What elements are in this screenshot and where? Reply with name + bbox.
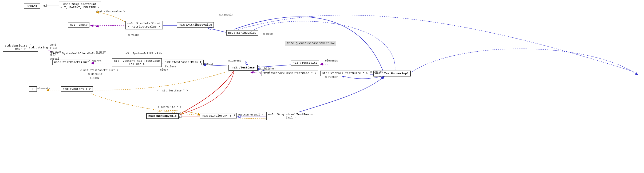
T-label: T bbox=[32, 87, 34, 91]
vector-tcf-node: std::vector< ns3::TestCaseFailure > bbox=[112, 58, 162, 67]
label-mpriv: m_priv bbox=[96, 51, 106, 54]
testcase-result-label: ns3::TestCase::Result bbox=[165, 61, 202, 64]
testcase-label: ns3::TestCase bbox=[232, 66, 255, 69]
label-elements-ts: elements bbox=[325, 59, 338, 62]
label-mtempdir: m_tempDir bbox=[219, 13, 233, 16]
parent-node: PARENT bbox=[24, 3, 40, 9]
codel-label: CoDelQueueDiscBasicOverflow bbox=[287, 42, 334, 45]
simplerefcount-label: ns3::SimpleRefCount< T, PARENT, DELETER … bbox=[61, 3, 99, 9]
ns3empty-label: ns3::empty bbox=[70, 23, 88, 26]
codel-node: CoDelQueueDiscBasicOverflow bbox=[285, 41, 336, 46]
label-ns3tcf: < ns3::TestCaseFailure > bbox=[80, 69, 118, 72]
stringvalue-label: ns3::StringValue bbox=[228, 31, 256, 34]
label-mdatadir: m_dataDir bbox=[88, 73, 102, 76]
label-mvalue: m_value bbox=[128, 34, 139, 37]
label-msuites: m_suites bbox=[370, 71, 383, 74]
vector-ts-label: std::vector< TestSuite * > bbox=[322, 72, 368, 75]
arrows-svg bbox=[0, 0, 644, 173]
label-testsuite-ptr: < TestSuite * > bbox=[157, 106, 181, 109]
stringvalue-node: ns3::StringValue bbox=[226, 30, 258, 36]
simplerefcount-av-node: ns3::SimpleRefCount< AttributeValue > bbox=[125, 21, 163, 29]
systemwall-node: ns3::SystemWallClockMs bbox=[122, 51, 164, 56]
label-ns3testcase-ptr: < ns3::TestCase * > bbox=[157, 89, 188, 92]
singleton-t-label: ns3::Singleton< T > bbox=[202, 114, 235, 117]
attributevalue-label: ns3::AttributeValue bbox=[179, 23, 212, 26]
label-mname: m_name bbox=[90, 76, 99, 79]
simplerefcount-node: ns3::SimpleRefCount< T, PARENT, DELETER … bbox=[59, 2, 101, 10]
label-mchildren: m_children bbox=[259, 67, 275, 70]
std-string-label: std::string bbox=[29, 46, 48, 49]
vector-tcf-label: std::vector< ns3::TestCaseFailure > bbox=[114, 59, 160, 66]
noncopyable-node: ns3::NonCopyable bbox=[146, 113, 179, 119]
std-string-node: std::string bbox=[27, 45, 50, 50]
testcasefailure-label: ns3::TestCaseFailure bbox=[54, 61, 89, 64]
diagram-container: PARENT ns3::SimpleRefCount< T, PARENT, D… bbox=[0, 0, 644, 173]
singleton-tri-label: ns3::Singleton< TestRunnerImpl > bbox=[268, 113, 314, 119]
ns3empty-node: ns3::empty bbox=[68, 22, 89, 28]
label-elements-t: elements bbox=[37, 87, 50, 90]
vector-t-label: std::vector< T > bbox=[63, 87, 91, 91]
simplerefcount-av-label: ns3::SimpleRefCount< AttributeValue > bbox=[127, 22, 161, 28]
label-elements-tc: elements bbox=[259, 71, 272, 74]
testsuite-label: ns3::TestSuite bbox=[293, 61, 317, 64]
systemwall-label: ns3::SystemWallClockMs bbox=[124, 52, 162, 55]
testcase-result-node: ns3::TestCase::Result bbox=[163, 60, 204, 65]
label-mparent: m_parent bbox=[228, 59, 241, 62]
parent-label: PARENT bbox=[27, 4, 37, 7]
label-elements-tcf: elements bbox=[89, 60, 101, 63]
label-failure: failure bbox=[165, 65, 176, 68]
T-node: T bbox=[29, 86, 37, 92]
noncopyable-label: ns3::NonCopyable bbox=[148, 114, 177, 118]
label-testrunnerimpl-tmpl: < TestRunnerImpl > bbox=[234, 113, 263, 116]
label-mmode: m_mode bbox=[263, 33, 273, 36]
singleton-tri-node: ns3::Singleton< TestRunnerImpl > bbox=[266, 112, 316, 120]
testsuite-node: ns3::TestSuite bbox=[291, 60, 319, 66]
testcase-node: ns3::TestCase bbox=[228, 65, 258, 71]
vector-ts-node: std::vector< TestSuite * > bbox=[320, 71, 370, 76]
label-mrunner: m_runner bbox=[325, 76, 338, 79]
label-mresult: m_result bbox=[201, 63, 214, 66]
singleton-t-node: ns3::Singleton< T > bbox=[200, 113, 237, 118]
attributevalue-node: ns3::AttributeValue bbox=[177, 22, 214, 28]
vector-t-node: std::vector< T > bbox=[61, 86, 93, 92]
label-clock: clock bbox=[160, 68, 168, 71]
label-cond: condlimitmessagefileactual bbox=[50, 43, 61, 61]
label-attrvalue: < AttributeValue > bbox=[96, 10, 125, 13]
